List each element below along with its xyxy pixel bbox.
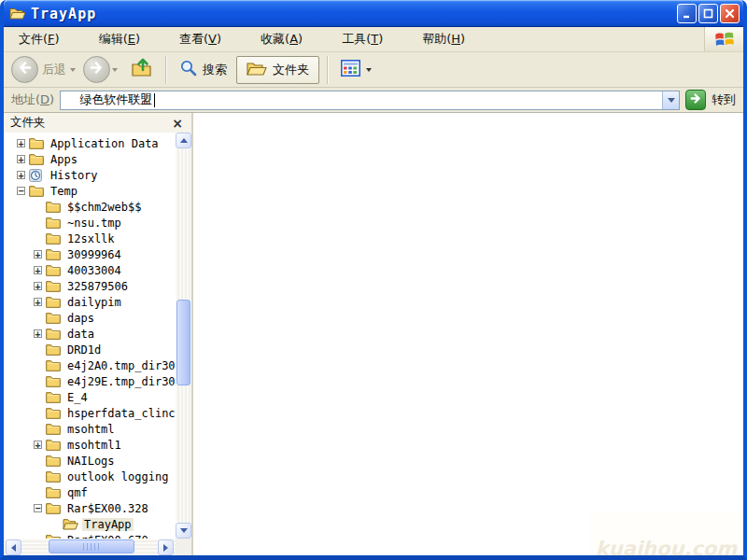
forward-dropdown-icon[interactable] xyxy=(112,68,118,72)
tree-label[interactable]: History xyxy=(49,169,100,182)
close-panel-button[interactable]: × xyxy=(170,117,185,130)
tree-label[interactable]: 325879506 xyxy=(65,280,130,293)
scroll-up-button[interactable] xyxy=(176,133,191,148)
tree-row[interactable]: +data xyxy=(4,326,176,342)
tree-label[interactable]: msohtml1 xyxy=(65,439,123,452)
tree-row[interactable]: ~nsu.tmp xyxy=(4,215,176,231)
tree-label[interactable]: qmf xyxy=(65,486,90,499)
tree-label[interactable]: msohtml xyxy=(65,423,117,436)
forward-button[interactable] xyxy=(83,56,110,83)
tree-label[interactable]: NAILogs xyxy=(65,455,117,468)
menu-item-f[interactable]: 文件(F) xyxy=(9,28,69,50)
tree-row[interactable]: e4j29E.tmp_dir30 xyxy=(4,373,176,389)
tree-label[interactable]: DRD1d xyxy=(65,343,103,357)
address-dropdown-button[interactable] xyxy=(662,91,679,109)
tree-label[interactable]: ~nsu.tmp xyxy=(65,217,123,230)
tree-row[interactable]: outlook logging xyxy=(4,469,176,484)
tree-label[interactable]: 30999964 xyxy=(65,248,123,261)
tree-label[interactable]: $$chm2web$$ xyxy=(65,201,143,214)
expand-icon[interactable]: + xyxy=(34,329,42,338)
tree-row[interactable]: +msohtml1 xyxy=(4,437,176,453)
expand-icon[interactable]: + xyxy=(34,298,42,306)
tree-row[interactable]: msohtml xyxy=(4,421,176,437)
tree-row[interactable]: DRD1d xyxy=(4,342,176,357)
expand-icon[interactable]: + xyxy=(34,441,42,449)
tree-label[interactable]: data xyxy=(65,328,96,341)
maximize-button[interactable] xyxy=(698,4,718,23)
tree-row[interactable]: +dailypim xyxy=(4,294,176,310)
folders-button[interactable]: 文件夹 xyxy=(236,56,319,84)
tree-row[interactable]: +Application Data xyxy=(4,135,176,151)
tree-label[interactable]: Temp xyxy=(49,185,79,198)
horizontal-scroll-thumb[interactable] xyxy=(49,539,134,553)
tree-label[interactable]: Rar$EX00.328 xyxy=(65,502,150,515)
tree-row[interactable]: −Rar$EX00.328 xyxy=(4,500,176,516)
expand-icon[interactable]: + xyxy=(17,155,25,163)
go-button[interactable] xyxy=(685,90,706,110)
tree-label[interactable]: e4j2A0.tmp_dir30 xyxy=(65,359,176,372)
folder-icon xyxy=(46,375,62,387)
tree-label[interactable]: daps xyxy=(65,312,96,325)
views-button[interactable] xyxy=(333,60,387,80)
tree-label[interactable]: hsperfdata_clinc xyxy=(65,407,176,420)
expander-spacer xyxy=(34,425,42,433)
tree-label[interactable]: Application Data xyxy=(49,137,161,150)
tree-label[interactable]: outlook logging xyxy=(65,470,170,483)
horizontal-scrollbar[interactable] xyxy=(4,539,176,555)
folder-open-icon xyxy=(9,7,26,21)
collapse-icon[interactable]: − xyxy=(17,187,25,195)
vertical-scrollbar[interactable] xyxy=(176,133,191,539)
tree-row[interactable]: TrayApp xyxy=(4,516,176,532)
folder-icon xyxy=(46,391,62,403)
tree-label[interactable]: Apps xyxy=(49,153,79,166)
menu-item-e[interactable]: 编辑(E) xyxy=(90,28,149,50)
expand-icon[interactable]: + xyxy=(34,282,42,290)
tree-label[interactable]: e4j29E.tmp_dir30 xyxy=(65,375,176,388)
minimize-button[interactable] xyxy=(677,4,697,23)
vertical-scroll-thumb[interactable] xyxy=(176,300,190,385)
back-button[interactable] xyxy=(11,56,38,83)
menu-item-t[interactable]: 工具(T) xyxy=(332,28,392,50)
tree-label[interactable]: E_4 xyxy=(65,391,90,404)
menu-item-v[interactable]: 查看(V) xyxy=(170,28,231,50)
search-button[interactable]: 搜索 xyxy=(172,59,234,80)
tree-row[interactable]: daps xyxy=(4,310,176,326)
tree-label[interactable]: 40033004 xyxy=(65,264,123,277)
tree-label[interactable]: TrayApp xyxy=(82,518,134,531)
tree-label[interactable]: dailypim xyxy=(65,296,123,309)
tree-row[interactable]: +40033004 xyxy=(4,262,176,278)
watermark: kuaihou.com xyxy=(589,511,743,560)
tree-row[interactable]: hsperfdata_clinc xyxy=(4,405,176,421)
expand-icon[interactable]: + xyxy=(34,250,42,259)
address-input[interactable]: 绿色软件联盟 xyxy=(60,91,680,110)
tree-row[interactable]: 12sxllk xyxy=(4,231,176,246)
expand-icon[interactable]: + xyxy=(17,139,25,147)
tree-row[interactable]: +Apps xyxy=(4,151,176,167)
menu-item-h[interactable]: 帮助(H) xyxy=(413,28,474,50)
up-button[interactable] xyxy=(131,57,154,82)
tree-row[interactable]: NAILogs xyxy=(4,453,176,469)
close-button[interactable] xyxy=(720,4,740,23)
tree-row[interactable]: +30999964 xyxy=(4,246,176,262)
tree-row[interactable]: qmf xyxy=(4,484,176,500)
tree-row[interactable]: E_4 xyxy=(4,389,176,405)
tree-row[interactable]: +History xyxy=(4,167,176,183)
scroll-left-button[interactable] xyxy=(6,539,21,555)
search-label: 搜索 xyxy=(203,62,227,78)
arrow-up-icon xyxy=(180,138,188,143)
tree-row[interactable]: $$chm2web$$ xyxy=(4,199,176,215)
expand-icon[interactable]: + xyxy=(34,266,42,274)
expander-spacer xyxy=(34,218,42,227)
scroll-right-button[interactable] xyxy=(158,539,174,555)
expand-icon[interactable]: + xyxy=(17,171,25,179)
tree-row[interactable]: −Temp xyxy=(4,183,176,199)
tree-row[interactable]: e4j2A0.tmp_dir30 xyxy=(4,357,176,373)
tree-row[interactable]: +325879506 xyxy=(4,278,176,294)
scroll-down-button[interactable] xyxy=(176,523,191,539)
collapse-icon[interactable]: − xyxy=(34,504,42,512)
back-dropdown-icon[interactable] xyxy=(70,68,76,72)
menu-item-a[interactable]: 收藏(A) xyxy=(251,28,312,50)
address-label: 地址(D) xyxy=(11,91,54,108)
tree-row[interactable]: Rar$EX00.670 xyxy=(4,532,176,539)
tree-label[interactable]: 12sxllk xyxy=(65,232,117,245)
